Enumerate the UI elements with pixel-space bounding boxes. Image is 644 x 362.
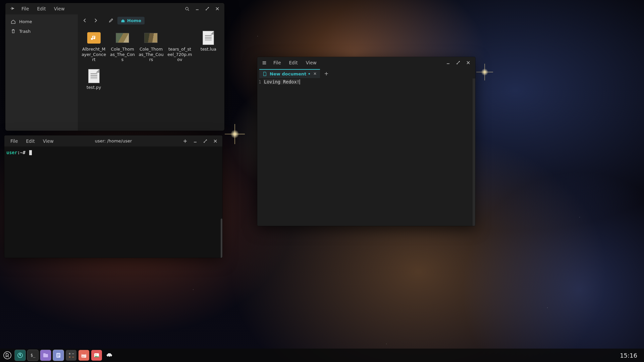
taskbar: $_ +− ×= 15:16 — [0, 349, 644, 362]
sidebar-item-trash[interactable]: Trash — [7, 27, 76, 36]
document-icon — [263, 72, 267, 76]
sidebar-label-trash: Trash — [19, 29, 31, 34]
menu-edit[interactable]: Edit — [286, 59, 301, 67]
close-button[interactable] — [213, 5, 222, 12]
taskbar-app-editor[interactable] — [53, 350, 64, 361]
file-item[interactable]: tears_of_steel_720p.mov — [166, 31, 193, 67]
video-file-icon — [172, 31, 188, 45]
prompt-user: user — [6, 150, 17, 155]
edit-path-button[interactable] — [107, 16, 115, 25]
menu-file[interactable]: File — [7, 137, 21, 145]
svg-text:×: × — [68, 355, 71, 359]
svg-text:+: + — [68, 352, 71, 355]
forward-button[interactable] — [91, 16, 100, 25]
svg-text:$_: $_ — [31, 353, 36, 358]
file-item[interactable]: Albrecht_Mayer_Concert — [80, 31, 107, 67]
svg-point-14 — [96, 354, 97, 355]
tab-title: New document • — [270, 71, 311, 76]
maximize-button[interactable] — [201, 137, 210, 145]
sidebar-item-home[interactable]: Home — [7, 17, 76, 26]
line-number: 1 — [257, 78, 262, 226]
menu-edit[interactable]: Edit — [23, 137, 38, 145]
breadcrumb[interactable]: Home — [117, 17, 145, 24]
new-tab-button[interactable] — [181, 137, 190, 145]
editor-window: File Edit View New document • ✕ + 1 Lovi… — [257, 57, 475, 226]
menu-file[interactable]: File — [18, 5, 33, 13]
wallpaper-star — [476, 64, 493, 80]
file-manager-sidebar: Home Trash — [5, 14, 78, 131]
audio-file-icon — [87, 31, 101, 45]
file-label: test.py — [87, 85, 101, 90]
menu-view[interactable]: View — [303, 59, 320, 67]
taskbar-app-files[interactable] — [40, 350, 51, 361]
minimize-button[interactable] — [444, 59, 452, 66]
file-item[interactable]: test.py — [80, 69, 107, 106]
taskbar-app-calendar[interactable] — [78, 350, 89, 361]
breadcrumb-label: Home — [127, 18, 141, 23]
svg-rect-5 — [43, 353, 46, 355]
scrollbar[interactable] — [473, 78, 475, 226]
editor-cursor — [300, 79, 300, 84]
text-file-icon — [202, 31, 215, 45]
menu-edit[interactable]: Edit — [34, 5, 49, 13]
terminal-cursor — [29, 150, 32, 155]
back-button[interactable] — [80, 16, 89, 25]
file-label: Cole_Thomas_The_Cours — [139, 47, 164, 62]
file-item[interactable]: Cole_Thomas_The_Cours — [138, 31, 164, 67]
file-item[interactable]: test.lua — [195, 31, 222, 67]
file-label: Cole_Thomas_The_Cons — [110, 47, 135, 62]
wallpaper-star — [225, 124, 245, 144]
editor-tab[interactable]: New document • ✕ — [259, 69, 320, 78]
svg-text:=: = — [72, 355, 74, 359]
svg-point-0 — [185, 7, 188, 10]
scrollbar[interactable] — [221, 219, 222, 258]
search-icon[interactable] — [183, 5, 192, 13]
file-label: test.lua — [201, 47, 216, 52]
path-bar: Home — [78, 14, 224, 26]
minimize-button[interactable] — [191, 137, 200, 145]
menu-view[interactable]: View — [51, 5, 68, 13]
text-file-icon — [87, 69, 101, 83]
taskbar-app-images[interactable] — [91, 350, 102, 361]
minimize-button[interactable] — [193, 5, 202, 12]
close-button[interactable] — [211, 137, 220, 145]
svg-text:−: − — [72, 352, 74, 355]
maximize-button[interactable] — [203, 5, 212, 12]
trash-icon — [11, 29, 16, 34]
image-file-icon — [144, 31, 158, 45]
hamburger-icon[interactable] — [260, 59, 269, 67]
file-item[interactable]: Cole_Thomas_The_Cons — [109, 31, 136, 67]
file-label: Albrecht_Mayer_Concert — [81, 47, 106, 62]
editor-titlebar[interactable]: File Edit View — [257, 57, 475, 68]
svg-point-1 — [4, 352, 11, 359]
menu-file[interactable]: File — [270, 59, 284, 67]
svg-rect-12 — [82, 353, 86, 355]
hamburger-icon[interactable] — [8, 5, 17, 13]
editor-body[interactable]: 1 Loving Redox! — [257, 78, 475, 226]
image-file-icon — [116, 31, 129, 45]
file-manager-window: File Edit View Home — [5, 3, 224, 131]
start-menu-button[interactable] — [2, 350, 13, 361]
taskbar-app-game[interactable] — [104, 350, 115, 361]
tab-close-icon[interactable]: ✕ — [313, 71, 317, 76]
home-icon — [11, 19, 16, 24]
sidebar-label-home: Home — [19, 19, 32, 24]
home-icon — [121, 18, 125, 23]
terminal-body[interactable]: user:~# — [4, 146, 222, 258]
editor-tabbar: New document • ✕ + — [257, 68, 475, 78]
taskbar-app-browser[interactable] — [15, 350, 25, 361]
terminal-window: File Edit View user: /home/user user:~# — [4, 135, 222, 258]
prompt-path: :~# — [17, 150, 25, 155]
taskbar-clock[interactable]: 15:16 — [615, 352, 642, 359]
close-button[interactable] — [464, 59, 473, 66]
new-tab-button[interactable]: + — [321, 70, 331, 77]
terminal-titlebar[interactable]: File Edit View user: /home/user — [4, 135, 222, 146]
taskbar-app-terminal[interactable]: $_ — [28, 350, 38, 361]
editor-content: Loving Redox! — [264, 79, 300, 84]
files-grid: Albrecht_Mayer_Concert Cole_Thomas_The_C… — [78, 26, 224, 131]
menu-view[interactable]: View — [40, 137, 57, 145]
file-manager-titlebar[interactable]: File Edit View — [5, 3, 224, 14]
file-label: tears_of_steel_720p.mov — [167, 47, 192, 62]
maximize-button[interactable] — [454, 59, 463, 66]
taskbar-app-calculator[interactable]: +− ×= — [66, 350, 76, 361]
